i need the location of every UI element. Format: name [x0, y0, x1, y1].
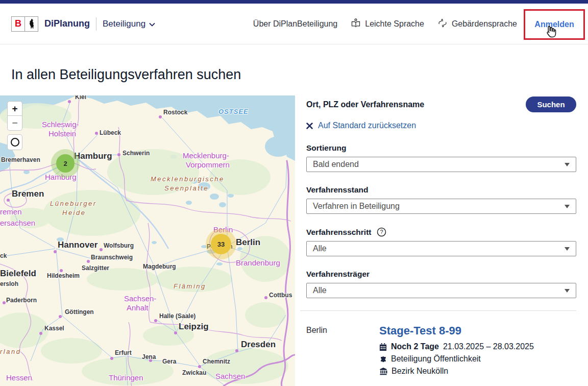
result-title-link[interactable]: Stage-Test 8-99	[379, 324, 534, 337]
map-label: Mecklenburgische	[151, 175, 225, 183]
result-participation-row: Beteiligung Öffentlichkeit	[379, 353, 534, 365]
city-dot	[100, 248, 103, 251]
map-label: Sachsen-	[124, 294, 156, 303]
city-dot	[95, 132, 98, 135]
top-accent-bar	[0, 0, 588, 4]
search-panel: Ort, PLZ oder Verfahrensname Suchen Auf …	[306, 95, 576, 386]
result-meta: Noch 2 Tage 21.03.2025 – 28.03.2025 Bete…	[379, 341, 534, 377]
map-label: Kiel	[75, 95, 86, 101]
map-label: Hannover	[58, 240, 97, 250]
city-dot	[235, 349, 238, 352]
nav-label: Leichte Sprache	[365, 19, 424, 29]
map-label: Schleswig-	[42, 120, 79, 129]
map-label: Hamburg	[74, 151, 112, 161]
map-label: Lübeck	[100, 129, 121, 136]
map-label: Schwerin	[122, 150, 150, 157]
result-deadline: Noch 2 Tage	[391, 341, 439, 353]
city-dot	[7, 199, 10, 202]
locate-button[interactable]	[7, 134, 22, 150]
city-dot	[87, 260, 90, 263]
city-dot	[110, 357, 113, 360]
chevron-down-icon	[149, 19, 155, 29]
map-label: Thüringen	[109, 373, 143, 382]
logo-letter: B	[12, 17, 25, 31]
bank-icon	[379, 368, 387, 375]
section-menu[interactable]: Beteiligung	[103, 19, 155, 29]
filter-label: Sortierung	[306, 143, 346, 153]
map-label: Paderborn	[6, 297, 37, 304]
filter-select[interactable]: Alle	[306, 283, 576, 298]
city-dot	[39, 332, 42, 335]
map-label: ersachsen	[0, 219, 35, 227]
easy-language-icon	[351, 18, 361, 30]
result-dates-row: Noch 2 Tage 21.03.2025 – 28.03.2025	[379, 341, 534, 353]
help-icon[interactable]: ?	[377, 227, 386, 237]
puzzle-icon	[379, 355, 387, 363]
filter-label: Verfahrensstand	[306, 185, 368, 195]
map-label: Brandenburg	[236, 258, 280, 267]
map-label: Kassel	[44, 325, 64, 332]
map-label: Heide	[62, 209, 86, 216]
map-label: Leipzig	[179, 322, 209, 332]
search-button[interactable]: Suchen	[526, 96, 576, 112]
dropdown-arrow-icon	[565, 289, 570, 293]
map-label: Hildesheim	[47, 272, 80, 279]
map-label: Gera	[162, 358, 176, 365]
map-canvas[interactable]: + − KielRostockOSTSEELübeckSchleswig-Hol…	[0, 95, 295, 386]
map-label: OSTSEE	[218, 108, 249, 115]
filter-select[interactable]: Alle	[306, 241, 576, 256]
nav-label: Über DiPlanBeteiligung	[253, 19, 337, 29]
result-authority-row: Bezirk Neukölln	[379, 365, 534, 377]
filter-group: Verfahrensstand ? Verfahren in Beteiligu…	[306, 185, 576, 214]
map-label: Holstein	[48, 129, 76, 138]
circle-icon	[11, 138, 19, 147]
zoom-in-button[interactable]: +	[7, 101, 22, 116]
map-label: Magdeburg	[143, 263, 176, 270]
city-dot	[68, 100, 71, 103]
search-row: Ort, PLZ oder Verfahrensname Suchen	[306, 96, 576, 112]
map-label: Bielefeld	[0, 269, 36, 279]
map-label: Zwickau	[182, 369, 206, 376]
cluster-marker[interactable]: 33	[211, 234, 231, 254]
map-label: Jena	[142, 353, 156, 360]
filter-label: Verfahrensschritt	[306, 228, 372, 237]
map-label: Mecklenburg-	[183, 151, 229, 160]
nav-item-easy-language[interactable]: Leichte Sprache	[351, 18, 424, 30]
city-dot	[264, 296, 267, 299]
filter-list: Sortierung ? Bald endend Verfahrensstand…	[306, 143, 576, 298]
city-dot	[154, 319, 157, 322]
svg-text:?: ?	[380, 229, 383, 235]
result-participation: Beteiligung Öffentlichkeit	[391, 353, 481, 365]
berlin-logo[interactable]: B	[11, 16, 38, 32]
filter-label: Verfahrensträger	[306, 270, 370, 279]
nav-item-about[interactable]: Über DiPlanBeteiligung	[253, 19, 337, 29]
section-label: Beteiligung	[103, 19, 145, 29]
berlin-bear-icon	[25, 17, 38, 31]
dropdown-arrow-icon	[565, 163, 570, 166]
city-dot	[3, 301, 6, 304]
reset-link[interactable]: Auf Standard zurücksetzen	[306, 121, 576, 130]
map-label: Halle (Saale)	[159, 312, 195, 320]
map-label: Rostock	[163, 109, 187, 116]
map-label: Lüneburger	[50, 200, 97, 207]
map-label: Vorpommern	[186, 160, 230, 169]
result-location: Berlin	[306, 324, 379, 377]
brand-divider	[96, 17, 96, 31]
main-nav: Über DiPlanBeteiligung Leichte Sprache G…	[253, 18, 517, 30]
zoom-out-button[interactable]: −	[7, 116, 22, 131]
results-divider	[300, 310, 576, 311]
sign-language-icon	[437, 18, 448, 30]
filter-group: Verfahrensschritt ? Alle	[306, 227, 576, 256]
hand-cursor-icon	[544, 25, 557, 40]
nav-item-sign-language[interactable]: Gebärdensprache	[437, 18, 517, 30]
city-dot	[174, 331, 177, 334]
filter-select[interactable]: Verfahren in Beteiligung	[306, 199, 576, 214]
cluster-marker[interactable]: 2	[56, 154, 75, 173]
search-query-label: Ort, PLZ oder Verfahrensname	[306, 100, 424, 109]
map-label: ck	[0, 252, 7, 259]
page-title: In allen Beteiligungsverfahren suchen	[11, 67, 241, 83]
filter-group: Sortierung ? Bald endend	[306, 143, 576, 172]
map-label: Hamburg	[45, 173, 77, 181]
brand-name[interactable]: DiPlanung	[44, 18, 90, 29]
filter-select[interactable]: Bald endend	[306, 157, 576, 172]
